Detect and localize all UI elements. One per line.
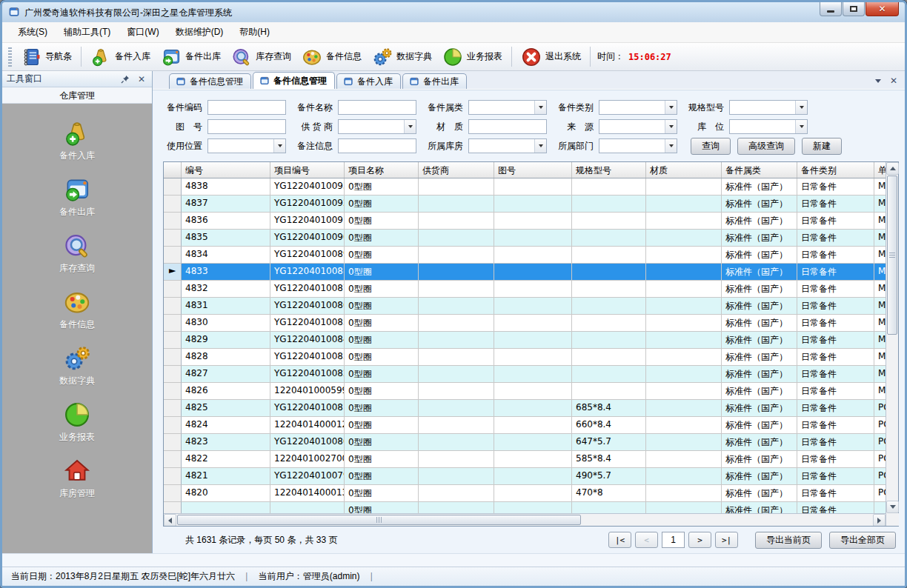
tab-parts-in[interactable]: 备件入库: [336, 73, 401, 89]
chevron-down-icon[interactable]: [795, 120, 807, 133]
table-row[interactable]: 4834YG122040100890型圈标准件（国产）日常备件M: [164, 247, 886, 264]
table-row[interactable]: 4835YG122040100900型圈标准件（国产）日常备件M: [164, 230, 886, 247]
cell[interactable]: 日常备件: [797, 247, 874, 264]
cell[interactable]: 日常备件: [797, 281, 874, 298]
cell[interactable]: 标准件（国产）: [722, 178, 797, 196]
cell[interactable]: [646, 332, 722, 349]
cell[interactable]: [419, 451, 494, 468]
column-header-7[interactable]: 备件属类: [722, 162, 797, 178]
cell[interactable]: [572, 281, 646, 298]
cell[interactable]: [572, 264, 646, 281]
chevron-down-icon[interactable]: [665, 139, 677, 153]
cell[interactable]: 标准件（国产）: [722, 349, 797, 366]
cell[interactable]: 标准件（国产）: [722, 485, 797, 502]
row-selector[interactable]: [164, 400, 182, 417]
toolbar-button-report[interactable]: 业务报表: [437, 44, 508, 70]
cell[interactable]: 4835: [182, 230, 270, 247]
row-selector[interactable]: [164, 451, 182, 468]
tab-parts-out[interactable]: 备件出库: [402, 73, 467, 89]
cell[interactable]: 1220401000599: [270, 383, 345, 400]
use-position-dropdown[interactable]: [207, 138, 286, 153]
cell[interactable]: [494, 178, 572, 196]
cell[interactable]: 标准件（国产）: [722, 332, 797, 349]
cell[interactable]: [494, 264, 572, 281]
cell[interactable]: [419, 298, 494, 315]
cell[interactable]: [494, 349, 572, 366]
cell[interactable]: 0型圈: [345, 230, 419, 247]
row-selector[interactable]: [164, 332, 182, 349]
cell[interactable]: [646, 366, 722, 383]
cell[interactable]: 标准件（国产）: [722, 247, 797, 264]
part-code-input[interactable]: [207, 100, 286, 115]
cell[interactable]: M: [874, 178, 886, 196]
cell[interactable]: 4838: [182, 178, 270, 196]
table-row[interactable]: 0型圈标准件（国产）日常备件: [164, 502, 886, 513]
cell[interactable]: [494, 502, 572, 513]
cell[interactable]: 日常备件: [797, 434, 874, 451]
table-row[interactable]: ►4833YG122040100880型圈标准件（国产）日常备件M: [164, 264, 886, 281]
scroll-up-icon[interactable]: [886, 162, 899, 175]
chevron-down-icon[interactable]: [534, 139, 546, 153]
cell[interactable]: [419, 315, 494, 332]
cell[interactable]: [646, 349, 722, 366]
cell[interactable]: [646, 264, 722, 281]
cell[interactable]: 0型圈: [345, 400, 419, 417]
cell[interactable]: 0型圈: [345, 502, 419, 513]
material-input[interactable]: [468, 119, 547, 134]
cell[interactable]: 标准件（国产）: [722, 417, 797, 434]
table-row[interactable]: 482612204010005990型圈标准件（国产）日常备件M: [164, 383, 886, 400]
cell[interactable]: M: [874, 332, 886, 349]
cell[interactable]: 490*5.7: [572, 468, 646, 485]
cell[interactable]: 0型圈: [345, 349, 419, 366]
table-row[interactable]: 482012204014000130型圈470*8标准件（国产）日常备件PC: [164, 485, 886, 502]
cell[interactable]: 标准件（国产）: [722, 298, 797, 315]
cell[interactable]: [572, 366, 646, 383]
export-current-page-button[interactable]: 导出当前页: [755, 532, 822, 549]
cell[interactable]: 4821: [182, 468, 270, 485]
tool-window-close-icon[interactable]: ✕: [136, 73, 147, 85]
column-header-9[interactable]: 单位: [874, 162, 886, 178]
cell[interactable]: YG12204010085: [270, 315, 345, 332]
cell[interactable]: [646, 485, 722, 502]
cell[interactable]: M: [874, 349, 886, 366]
cell[interactable]: 日常备件: [797, 196, 874, 213]
prev-page-button[interactable]: <: [635, 532, 658, 548]
cell[interactable]: 日常备件: [797, 315, 874, 332]
toolbar-button-parts-info[interactable]: 备件信息: [296, 44, 367, 70]
cell[interactable]: [494, 230, 572, 247]
cell[interactable]: [270, 502, 345, 513]
cell[interactable]: [419, 196, 494, 213]
cell[interactable]: PC: [874, 451, 886, 468]
cell[interactable]: 日常备件: [797, 332, 874, 349]
cell[interactable]: [419, 230, 494, 247]
column-header-4[interactable]: 图号: [494, 162, 572, 178]
cell[interactable]: [419, 349, 494, 366]
cell[interactable]: [646, 213, 722, 230]
row-selector-arrow[interactable]: ►: [164, 264, 182, 281]
table-row[interactable]: 4827YG122040100820型圈标准件（国产）日常备件M: [164, 366, 886, 383]
cell[interactable]: 1220401400013: [270, 485, 345, 502]
menu-item-data-maintain[interactable]: 数据维护(D): [167, 22, 232, 42]
cell[interactable]: PC: [874, 434, 886, 451]
cell[interactable]: [646, 468, 722, 485]
cell[interactable]: [572, 213, 646, 230]
cell[interactable]: M: [874, 315, 886, 332]
sidebar-item-parts-in[interactable]: 备件入库: [2, 113, 152, 169]
cell[interactable]: [572, 178, 646, 196]
cell[interactable]: YG12204010087: [270, 281, 345, 298]
maximize-button[interactable]: [843, 2, 865, 16]
chevron-down-icon[interactable]: [665, 101, 677, 114]
cell[interactable]: 585*8.4: [572, 451, 646, 468]
cell[interactable]: [646, 383, 722, 400]
toolbar-grip[interactable]: [8, 47, 12, 67]
cell[interactable]: 日常备件: [797, 485, 874, 502]
tab-parts-info-mgmt-1[interactable]: 备件信息管理: [169, 73, 251, 89]
cell[interactable]: 4822: [182, 451, 270, 468]
toolbar-button-parts-in[interactable]: 备件入库: [85, 44, 156, 70]
table-row[interactable]: 4823YG122040100800型圈647*5.7标准件（国产）日常备件PC: [164, 434, 886, 451]
cell[interactable]: [646, 247, 722, 264]
cell[interactable]: 0型圈: [345, 485, 419, 502]
cell[interactable]: [419, 468, 494, 485]
row-selector[interactable]: [164, 315, 182, 332]
last-page-button[interactable]: >|: [715, 532, 738, 548]
